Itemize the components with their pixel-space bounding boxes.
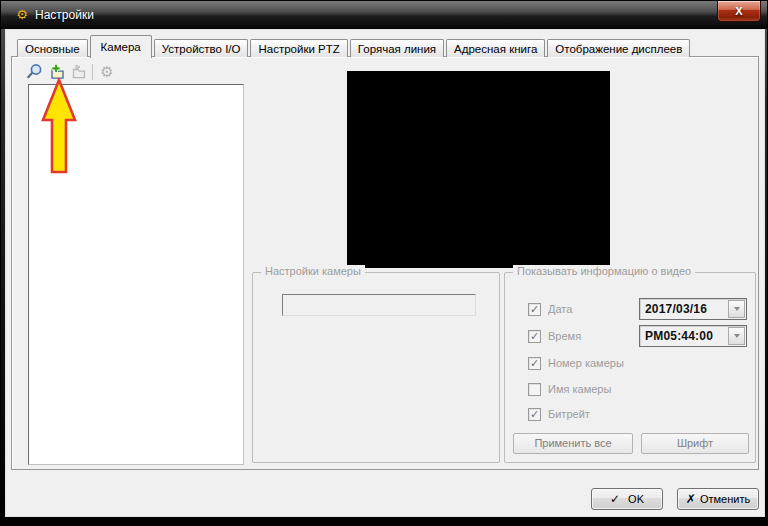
tab-osnovnye[interactable]: Основные bbox=[17, 39, 88, 57]
tab-nastroyki-ptz[interactable]: Настройки PTZ bbox=[250, 39, 347, 57]
ok-button[interactable]: ✓ OK bbox=[591, 488, 663, 510]
time-checkbox-label: Время bbox=[548, 330, 581, 342]
x-icon: ✗ bbox=[686, 492, 696, 506]
video-preview bbox=[347, 71, 610, 268]
camera-settings-group: Настройки камеры bbox=[252, 272, 500, 463]
annotation-arrow-shape bbox=[43, 80, 75, 172]
time-checkbox-row: ✓ Время bbox=[528, 329, 581, 343]
settings-dialog: ⚙ Настройки X Основные Камера Устройство… bbox=[0, 0, 768, 526]
font-button[interactable]: Шрифт bbox=[641, 433, 749, 454]
time-value: PM05:44:00 bbox=[640, 329, 728, 343]
camera-number-checkbox-label: Номер камеры bbox=[548, 357, 624, 369]
apply-all-button[interactable]: Применить все bbox=[513, 433, 633, 454]
date-checkbox[interactable]: ✓ bbox=[528, 303, 541, 316]
camera-name-checkbox[interactable] bbox=[528, 383, 541, 396]
video-info-group-title: Показывать информацию о видео bbox=[513, 265, 695, 277]
camera-name-input[interactable] bbox=[282, 294, 476, 316]
date-value: 2017/03/16 bbox=[640, 302, 728, 316]
app-gear-icon: ⚙ bbox=[14, 7, 30, 23]
camera-number-checkbox-row: ✓ Номер камеры bbox=[528, 356, 624, 370]
time-checkbox[interactable]: ✓ bbox=[528, 330, 541, 343]
title-bar[interactable]: ⚙ Настройки X bbox=[1, 1, 768, 29]
cancel-button-label: Отменить bbox=[700, 493, 750, 505]
camera-settings-group-title: Настройки камеры bbox=[261, 265, 365, 277]
gear-icon: ⚙ bbox=[100, 64, 113, 80]
bitrate-checkbox[interactable]: ✓ bbox=[528, 408, 541, 421]
tab-goryachaya-liniya[interactable]: Горячая линия bbox=[350, 39, 444, 57]
close-button[interactable]: X bbox=[717, 1, 761, 22]
date-combobox[interactable]: 2017/03/16 bbox=[639, 298, 747, 320]
tab-otobrazhenie-displeev[interactable]: Отображение дисплеев bbox=[547, 39, 690, 57]
time-combobox[interactable]: PM05:44:00 bbox=[639, 325, 747, 347]
date-checkbox-row: ✓ Дата bbox=[528, 302, 572, 316]
bitrate-checkbox-label: Битрейт bbox=[548, 408, 590, 420]
tab-kamera[interactable]: Камера bbox=[90, 35, 152, 58]
bitrate-checkbox-row: ✓ Битрейт bbox=[528, 407, 590, 421]
tab-adresnaya-kniga[interactable]: Адресная книга bbox=[446, 39, 545, 57]
time-dropdown-arrow-icon[interactable] bbox=[728, 327, 745, 345]
cancel-button[interactable]: ✗ Отменить bbox=[677, 488, 759, 510]
tab-strip: Основные Камера Устройство I/O Настройки… bbox=[17, 34, 692, 57]
tab-ustroystvo-io[interactable]: Устройство I/O bbox=[154, 39, 249, 57]
camera-name-checkbox-label: Имя камеры bbox=[548, 383, 611, 395]
window-title: Настройки bbox=[35, 8, 94, 22]
date-checkbox-label: Дата bbox=[548, 303, 572, 315]
video-info-group: Показывать информацию о видео ✓ Дата ✓ В… bbox=[504, 272, 756, 463]
check-icon: ✓ bbox=[610, 492, 620, 506]
annotation-up-arrow bbox=[40, 78, 78, 175]
toolbar-separator bbox=[92, 64, 93, 80]
ok-button-label: OK bbox=[628, 493, 644, 505]
camera-number-checkbox[interactable]: ✓ bbox=[528, 357, 541, 370]
camera-name-checkbox-row: Имя камеры bbox=[528, 382, 611, 396]
camera-settings-button[interactable]: ⚙ bbox=[97, 62, 117, 82]
camera-tab-page: ⚙ Настройки камеры Показывать информацию… bbox=[11, 56, 759, 470]
date-dropdown-arrow-icon[interactable] bbox=[728, 300, 745, 318]
